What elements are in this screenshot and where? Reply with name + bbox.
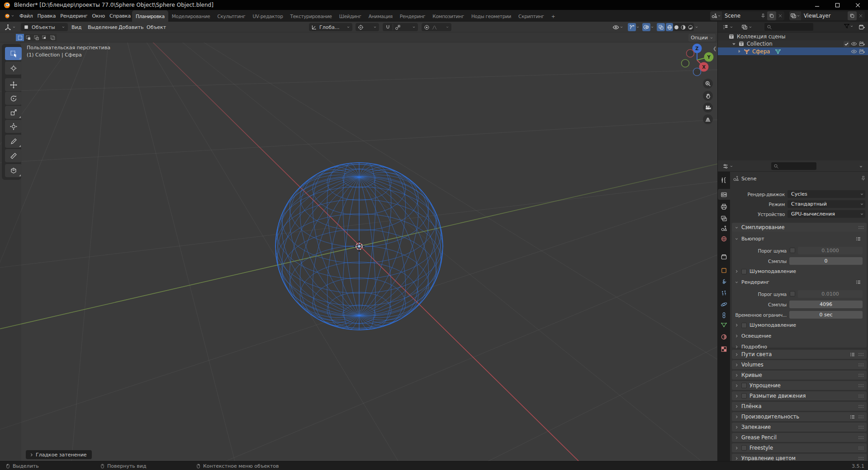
rotate-tool[interactable] — [5, 92, 22, 105]
outliner-checkbox[interactable] — [844, 41, 849, 47]
visibility-dropdown[interactable] — [612, 22, 624, 33]
viewlayer-selector[interactable]: ViewLayer — [789, 11, 865, 20]
add-cube-tool[interactable] — [5, 164, 22, 177]
properties-tab-modifiers[interactable] — [718, 276, 730, 287]
properties-tab-physics[interactable] — [718, 299, 730, 310]
shading-dropdown[interactable] — [694, 22, 699, 33]
xray-toggle[interactable] — [657, 23, 665, 31]
drag-grip-icon[interactable] — [858, 373, 864, 377]
scene-name[interactable]: Scene — [722, 13, 759, 19]
disable-render-toggle[interactable] — [859, 41, 865, 47]
properties-tab-particles[interactable] — [718, 287, 730, 298]
subpanel-4[interactable]: Рендеринг — [735, 278, 864, 286]
editor-type-button[interactable] — [1, 22, 19, 33]
field-value[interactable]: 4096 — [789, 301, 863, 308]
gizmo-axis--z[interactable] — [693, 68, 701, 76]
properties-tab-material[interactable] — [718, 331, 730, 342]
toggle-grid-button[interactable] — [703, 114, 713, 124]
transform-orientation-dropdown[interactable]: Глоба... — [309, 23, 352, 31]
properties-options-button[interactable] — [856, 162, 865, 170]
properties-tab-data[interactable] — [718, 319, 730, 330]
viewport-menu-3[interactable]: Объект — [143, 22, 170, 33]
select-box-tool[interactable] — [5, 47, 22, 60]
mode-dropdown[interactable]: Объекты — [21, 23, 68, 31]
drag-grip-icon[interactable] — [858, 456, 864, 460]
outliner-search-input[interactable] — [764, 23, 813, 31]
shading-rendered[interactable] — [687, 23, 694, 31]
workspace-tab-1[interactable]: Моделирование — [168, 10, 214, 22]
select-mode-intersect[interactable] — [48, 34, 57, 41]
pin-properties-icon[interactable] — [860, 175, 866, 181]
scale-tool[interactable] — [5, 106, 22, 119]
workspace-tab-4[interactable]: Текстурирование — [287, 10, 336, 22]
outliner-row-2[interactable]: Сфера — [718, 47, 868, 55]
properties-tab-tool[interactable] — [718, 174, 730, 185]
panel-7[interactable]: Запекание — [732, 423, 867, 432]
options-dropdown[interactable]: Опции — [688, 34, 716, 42]
overlays-dropdown[interactable] — [650, 22, 655, 33]
transform-tool[interactable] — [5, 120, 22, 133]
drag-grip-icon[interactable] — [858, 436, 864, 439]
zoom-button[interactable] — [703, 79, 713, 89]
last-operator-panel[interactable]: Гладкое затенение — [26, 450, 92, 459]
hide-eye-toggle[interactable] — [851, 48, 857, 55]
proportional-editing-controls[interactable] — [422, 23, 451, 31]
annotate-tool[interactable] — [5, 135, 22, 148]
field-value[interactable]: 0 — [789, 257, 863, 265]
field-value[interactable]: 0.1000 — [798, 247, 863, 254]
outliner-row-0[interactable]: Коллекция сцены — [718, 33, 868, 40]
shading-material[interactable] — [680, 23, 687, 31]
pin-icon[interactable] — [759, 11, 767, 20]
menu-1[interactable]: Правка — [35, 10, 58, 22]
viewport-menu-2[interactable]: Добавить — [115, 22, 147, 33]
workspace-tab-7[interactable]: Рендеринг — [396, 10, 429, 22]
field-value[interactable]: 0 sec — [789, 311, 863, 319]
measure-tool[interactable] — [5, 149, 22, 162]
new-collection-button[interactable] — [857, 23, 866, 31]
prop-1-dropdown[interactable]: Стандартный — [787, 200, 865, 208]
properties-tab-view-layer[interactable] — [718, 213, 730, 224]
pan-button[interactable] — [703, 91, 713, 101]
properties-editor-type[interactable] — [720, 162, 735, 170]
scene-icon[interactable] — [710, 11, 722, 20]
menu-3[interactable]: Окно — [90, 10, 107, 22]
workspace-tab-0[interactable]: Планировка — [132, 10, 168, 22]
move-tool[interactable] — [5, 78, 22, 91]
add-workspace-button[interactable]: + — [548, 10, 559, 22]
panel-9[interactable]: Freestyle — [732, 443, 867, 452]
hide-eye-toggle[interactable] — [851, 41, 857, 47]
field-checkbox[interactable] — [790, 248, 795, 253]
subpanel-9[interactable]: Освещение — [735, 332, 864, 340]
workspace-tab-9[interactable]: Ноды геометрии — [468, 10, 515, 22]
subpanel-8[interactable]: Шумоподавление — [735, 321, 864, 329]
select-mode-set[interactable] — [16, 34, 24, 41]
subpanel-3[interactable]: Шумоподавление — [735, 268, 864, 275]
select-mode-subtract[interactable] — [32, 34, 40, 41]
panel-checkbox[interactable] — [741, 383, 747, 388]
drag-grip-icon[interactable] — [858, 384, 864, 387]
cursor-tool[interactable] — [5, 61, 22, 75]
collapse-sidebar-icon[interactable]: ❮ — [713, 46, 716, 51]
panel-1[interactable]: Volumes — [732, 360, 867, 369]
properties-tab-render[interactable] — [718, 189, 730, 200]
field-checkbox[interactable] — [790, 291, 795, 296]
shading-solid[interactable] — [673, 23, 680, 31]
panel-checkbox[interactable] — [741, 445, 747, 451]
menu-0[interactable]: Файл — [17, 10, 35, 22]
properties-tab-collection[interactable] — [718, 251, 730, 262]
workspace-tab-8[interactable]: Композитинг — [429, 10, 468, 22]
gizmo-dropdown[interactable] — [635, 22, 640, 33]
panel-5[interactable]: Плёнка — [732, 402, 867, 411]
panel-checkbox[interactable] — [741, 393, 747, 399]
panel-4[interactable]: Размытие движения — [732, 391, 867, 400]
drag-grip-icon[interactable] — [858, 352, 864, 356]
properties-tab-object[interactable] — [718, 265, 730, 276]
select-mode-extend[interactable] — [24, 34, 32, 41]
scene-selector[interactable]: Scene — [710, 11, 784, 20]
outliner-filter-display[interactable] — [739, 23, 755, 31]
workspace-tab-5[interactable]: Шейдинг — [336, 10, 365, 22]
drag-grip-icon[interactable] — [858, 226, 864, 229]
outliner-row-1[interactable]: Collection — [718, 40, 868, 48]
drag-grip-icon[interactable] — [858, 415, 864, 418]
workspace-tab-10[interactable]: Скриптинг — [515, 10, 548, 22]
